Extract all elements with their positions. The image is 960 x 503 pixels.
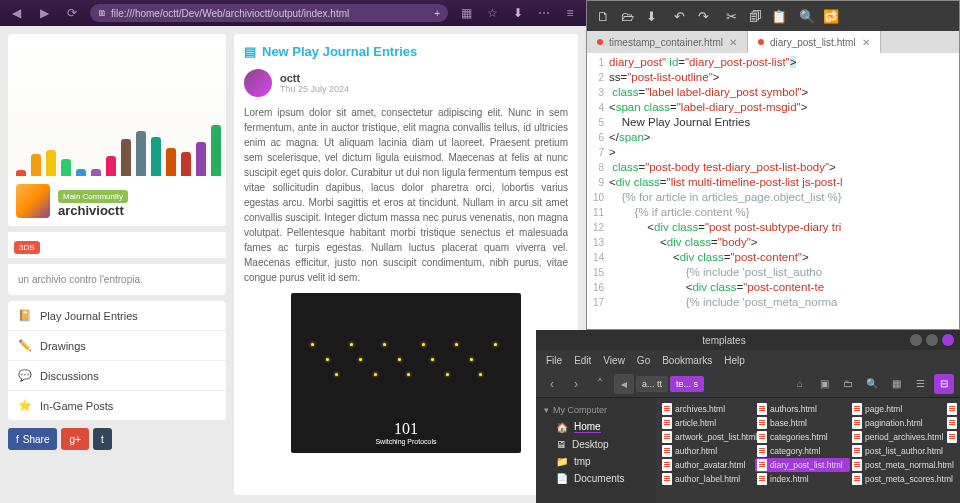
- file-item[interactable]: page.html: [850, 402, 945, 416]
- sidebar-item[interactable]: ✏️Drawings: [8, 331, 226, 361]
- menu-icon[interactable]: ≡: [560, 4, 580, 22]
- up-icon[interactable]: ˄: [590, 374, 610, 394]
- file-item[interactable]: category.html: [755, 444, 850, 458]
- file-item[interactable]: author.html: [660, 444, 755, 458]
- code-line[interactable]: 9<div class="list multi-timeline-post-li…: [587, 175, 959, 190]
- fm-side-item[interactable]: 📄Documents: [536, 470, 656, 487]
- editor-tab[interactable]: timestamp_container.html✕: [587, 31, 748, 53]
- file-icon: [662, 473, 672, 485]
- code-line[interactable]: 3 class="label label-diary_post symbol">: [587, 85, 959, 100]
- file-item[interactable]: categories.html: [755, 430, 850, 444]
- fm-menu-item[interactable]: Bookmarks: [662, 355, 712, 366]
- paste-icon[interactable]: 📋: [771, 8, 787, 24]
- close-tab-icon[interactable]: ✕: [862, 37, 870, 48]
- back-button[interactable]: ◀: [6, 4, 26, 22]
- fm-side-item[interactable]: 🏠Home: [536, 418, 656, 436]
- download-icon[interactable]: ⬇: [508, 4, 528, 22]
- search-icon[interactable]: 🔍: [799, 8, 815, 24]
- file-item[interactable]: sidebar.html: [945, 416, 960, 430]
- tumblr-share[interactable]: t: [93, 428, 112, 450]
- editor-tab[interactable]: diary_post_list.html✕: [748, 31, 881, 53]
- code-line[interactable]: 17 {% include 'post_meta_norma: [587, 295, 959, 310]
- fm-side-item[interactable]: 🖥Desktop: [536, 436, 656, 453]
- fm-menu-item[interactable]: File: [546, 355, 562, 366]
- sidebar-item[interactable]: ⭐In-Game Posts: [8, 391, 226, 420]
- back-icon[interactable]: ‹: [542, 374, 562, 394]
- file-item[interactable]: author_avatar.html: [660, 458, 755, 472]
- code-line[interactable]: 6</span>: [587, 130, 959, 145]
- file-item[interactable]: post_meta_scores.html: [850, 472, 945, 486]
- file-item[interactable]: post_meta_topic.html: [945, 402, 960, 416]
- minimize-button[interactable]: [910, 334, 922, 346]
- maximize-button[interactable]: [926, 334, 938, 346]
- bookmark-icon[interactable]: ☆: [482, 4, 502, 22]
- forward-button[interactable]: ▶: [34, 4, 54, 22]
- grid-view-icon[interactable]: ▦: [886, 374, 906, 394]
- file-item[interactable]: pagination.html: [850, 416, 945, 430]
- fm-menu-item[interactable]: Edit: [574, 355, 591, 366]
- code-line[interactable]: 2ss="post-list-outline">: [587, 70, 959, 85]
- file-item[interactable]: index.html: [755, 472, 850, 486]
- terminal-icon[interactable]: ▣: [814, 374, 834, 394]
- code-line[interactable]: 4<span class="label-diary_post-msgid">: [587, 100, 959, 115]
- code-line[interactable]: 11 {% if article.content %}: [587, 205, 959, 220]
- fm-side-item[interactable]: 📁tmp: [536, 453, 656, 470]
- code-line[interactable]: 14 <div class="post-content">: [587, 250, 959, 265]
- file-item[interactable]: article.html: [660, 416, 755, 430]
- code-line[interactable]: 12 <div class="post post-subtype-diary t…: [587, 220, 959, 235]
- replace-icon[interactable]: 🔂: [823, 8, 839, 24]
- crumb-back-icon[interactable]: ◂: [614, 374, 634, 394]
- close-button[interactable]: [942, 334, 954, 346]
- fm-menu-item[interactable]: Go: [637, 355, 650, 366]
- save-icon[interactable]: ⬇: [643, 8, 659, 24]
- file-item[interactable]: post_meta_normal.html: [850, 458, 945, 472]
- file-item[interactable]: diary_post_list.html: [755, 458, 850, 472]
- cut-icon[interactable]: ✂: [723, 8, 739, 24]
- editor-code[interactable]: 1diary_post" id="diary_post-post-list">2…: [587, 53, 959, 312]
- file-item[interactable]: archives.html: [660, 402, 755, 416]
- reload-button[interactable]: ⟳: [62, 4, 82, 22]
- code-line[interactable]: 5 New Play Journal Entries: [587, 115, 959, 130]
- url-bar[interactable]: 🗎 file:///home/octt/Dev/Web/archivioctt/…: [90, 4, 448, 22]
- file-item[interactable]: author_label.html: [660, 472, 755, 486]
- code-line[interactable]: 15 {% include 'post_list_autho: [587, 265, 959, 280]
- new-folder-icon[interactable]: 🗀: [838, 374, 858, 394]
- fm-side-header[interactable]: ▾My Computer: [536, 402, 656, 418]
- code-line[interactable]: 7>: [587, 145, 959, 160]
- code-line[interactable]: 13 <div class="body">: [587, 235, 959, 250]
- close-tab-icon[interactable]: ✕: [729, 37, 737, 48]
- new-file-icon[interactable]: 🗋: [595, 8, 611, 24]
- fm-menu-item[interactable]: Help: [724, 355, 745, 366]
- sidebar-item[interactable]: 📔Play Journal Entries: [8, 301, 226, 331]
- breadcrumb-segment[interactable]: a... tt: [636, 376, 668, 392]
- code-line[interactable]: 1diary_post" id="diary_post-post-list">: [587, 55, 959, 70]
- reader-icon[interactable]: ▦: [456, 4, 476, 22]
- code-line[interactable]: 16 <div class="post-content-te: [587, 280, 959, 295]
- search-icon[interactable]: 🔍: [862, 374, 882, 394]
- copy-icon[interactable]: 🗐: [747, 8, 763, 24]
- home-icon[interactable]: ⌂: [790, 374, 810, 394]
- file-item[interactable]: post_list_author.html: [850, 444, 945, 458]
- forward-icon[interactable]: ›: [566, 374, 586, 394]
- file-item[interactable]: social_buttons.html: [945, 430, 960, 444]
- fm-menu-item[interactable]: View: [603, 355, 625, 366]
- code-line[interactable]: 8 class="post-body test-diary_post-list-…: [587, 160, 959, 175]
- undo-icon[interactable]: ↶: [671, 8, 687, 24]
- gplus-share[interactable]: g+: [61, 428, 88, 450]
- sidebar-item[interactable]: 💬Discussions: [8, 361, 226, 391]
- open-file-icon[interactable]: 🗁: [619, 8, 635, 24]
- redo-icon[interactable]: ↷: [695, 8, 711, 24]
- breadcrumb-segment[interactable]: te... s: [670, 376, 704, 392]
- add-tab-icon[interactable]: +: [434, 8, 440, 19]
- file-item[interactable]: period_archives.html: [850, 430, 945, 444]
- list-view-icon[interactable]: ☰: [910, 374, 930, 394]
- code-line[interactable]: 10 {% for article in articles_page.objec…: [587, 190, 959, 205]
- file-item[interactable]: artwork_post_list.html: [660, 430, 755, 444]
- section-title: ▤New Play Journal Entries: [244, 44, 568, 59]
- extensions-icon[interactable]: ⋯: [534, 4, 554, 22]
- facebook-share[interactable]: fShare: [8, 428, 57, 450]
- file-item[interactable]: authors.html: [755, 402, 850, 416]
- file-icon: [852, 431, 862, 443]
- file-item[interactable]: base.html: [755, 416, 850, 430]
- compact-view-icon[interactable]: ⊟: [934, 374, 954, 394]
